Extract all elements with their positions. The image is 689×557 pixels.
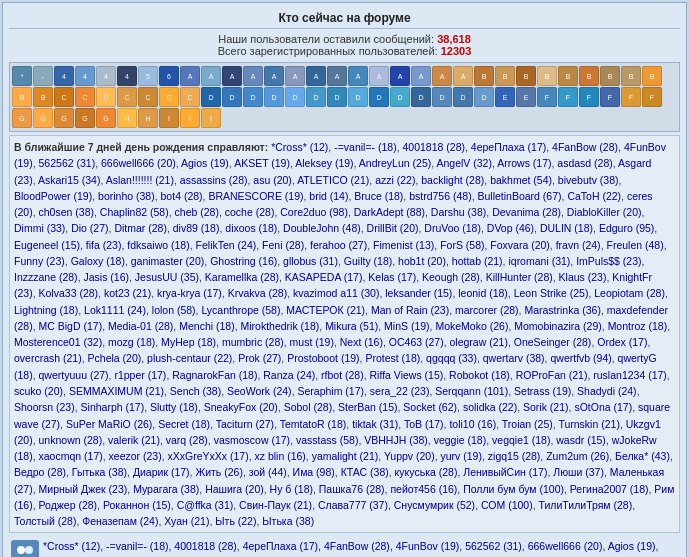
birthday-user-link[interactable]: xXxGreYxXx (17) <box>168 450 249 462</box>
birthday-user-link[interactable]: BRANESCORE (19) <box>208 190 303 202</box>
birthday-user-link[interactable]: qwertarv (38) <box>483 352 545 364</box>
birthday-user-link[interactable]: varq (28) <box>166 434 208 446</box>
birthday-user-link[interactable]: ЛенивыйСин (17) <box>463 466 547 478</box>
avatar[interactable]: B <box>579 66 599 86</box>
birthday-user-link[interactable]: Жить (26) <box>195 466 242 478</box>
avatar[interactable]: 4 <box>117 66 137 86</box>
birthday-user-link[interactable]: Слава777 (37) <box>318 499 388 511</box>
birthday-user-link[interactable]: Socket (62) <box>403 401 457 413</box>
online-user-link[interactable]: 4epеПлаха (17) <box>243 540 318 552</box>
avatar[interactable]: A <box>306 66 326 86</box>
birthday-user-link[interactable]: SuPer MaRiO (26) <box>66 418 152 430</box>
avatar[interactable]: A <box>453 66 473 86</box>
birthday-user-link[interactable]: Askari15 (34) <box>38 174 100 186</box>
avatar[interactable]: D <box>348 87 368 107</box>
avatar[interactable]: 4 <box>75 66 95 86</box>
birthday-user-link[interactable]: ROProFan (21) <box>516 369 588 381</box>
birthday-user-link[interactable]: DruVoo (18) <box>424 222 481 234</box>
birthday-user-link[interactable]: Klaus (23) <box>559 271 607 283</box>
birthday-user-link[interactable]: Dio (27) <box>71 222 108 234</box>
birthday-user-link[interactable]: kot23 (21) <box>104 287 151 299</box>
avatar[interactable]: G <box>33 108 53 128</box>
birthday-user-link[interactable]: Sorik (21) <box>523 401 569 413</box>
avatar[interactable]: E <box>495 87 515 107</box>
birthday-user-link[interactable]: coche (28) <box>225 206 275 218</box>
birthday-user-link[interactable]: Mikura (51) <box>325 320 378 332</box>
birthday-user-link[interactable]: Secret (18) <box>158 418 210 430</box>
birthday-user-link[interactable]: Белка* (43) <box>615 450 670 462</box>
birthday-user-link[interactable]: Prostoboot (19) <box>287 352 359 364</box>
birthday-user-link[interactable]: assassins (28) <box>180 174 248 186</box>
avatar[interactable]: D <box>201 87 221 107</box>
birthday-user-link[interactable]: Turnskin (21) <box>558 418 619 430</box>
birthday-user-link[interactable]: Robokot (18) <box>449 369 510 381</box>
birthday-user-link[interactable]: Man of Rain (23) <box>371 304 449 316</box>
birthday-user-link[interactable]: 4001818 (28) <box>403 141 465 153</box>
birthday-user-link[interactable]: пейот456 (16) <box>390 483 457 495</box>
birthday-user-link[interactable]: div89 (18) <box>173 222 220 234</box>
avatar[interactable]: F <box>558 87 578 107</box>
avatar[interactable]: G <box>96 108 116 128</box>
birthday-user-link[interactable]: Prok (27) <box>238 352 281 364</box>
birthday-user-link[interactable]: Kelas (17) <box>368 271 416 283</box>
birthday-user-link[interactable]: -=vanil=- (18) <box>334 141 396 153</box>
birthday-user-link[interactable]: Zum2um (26) <box>546 450 609 462</box>
birthday-user-link[interactable]: SneakyFox (20) <box>204 401 278 413</box>
birthday-user-link[interactable]: ForS (58) <box>440 239 484 251</box>
birthday-user-link[interactable]: Aleksey (19) <box>295 157 353 169</box>
avatar[interactable]: A <box>348 66 368 86</box>
birthday-user-link[interactable]: KillHunter (28) <box>486 271 553 283</box>
birthday-user-link[interactable]: кукуська (28) <box>395 466 458 478</box>
birthday-user-link[interactable]: Yuppv (20) <box>384 450 435 462</box>
birthday-user-link[interactable]: Lycanthrope (58) <box>201 304 280 316</box>
birthday-user-link[interactable]: veggie (18) <box>434 434 487 446</box>
birthday-user-link[interactable]: Momobinazira (29) <box>514 320 602 332</box>
birthday-user-link[interactable]: Sinharph (17) <box>81 401 145 413</box>
avatar[interactable]: F <box>579 87 599 107</box>
birthday-user-link[interactable]: Galoxy (18) <box>71 255 125 267</box>
avatar[interactable]: D <box>453 87 473 107</box>
birthday-user-link[interactable]: bakhmet (54) <box>490 174 552 186</box>
birthday-user-link[interactable]: Нашиra (20) <box>205 483 264 495</box>
birthday-user-link[interactable]: OneSеinger (28) <box>514 336 592 348</box>
birthday-user-link[interactable]: VBHHJH (38) <box>364 434 428 446</box>
birthday-user-link[interactable]: hob1t (20) <box>398 255 446 267</box>
birthday-user-link[interactable]: RagnarokFan (18) <box>172 369 257 381</box>
birthday-user-link[interactable]: AKSET (19) <box>234 157 290 169</box>
birthday-user-link[interactable]: Foxvara (20) <box>490 239 550 251</box>
birthday-user-link[interactable]: Lightning (18) <box>14 304 78 316</box>
avatar[interactable]: C <box>54 87 74 107</box>
birthday-user-link[interactable]: Riffa Views (15) <box>370 369 444 381</box>
birthday-user-link[interactable]: Media-01 (28) <box>108 320 173 332</box>
birthday-user-link[interactable]: Има (98) <box>293 466 335 478</box>
birthday-user-link[interactable]: KASAPEDA (17) <box>285 271 363 283</box>
birthday-user-link[interactable]: vegqie1 (18) <box>492 434 550 446</box>
birthday-user-link[interactable]: Guilty (18) <box>344 255 392 267</box>
avatar[interactable]: C <box>96 87 116 107</box>
birthday-user-link[interactable]: Troian (25) <box>502 418 553 430</box>
birthday-user-link[interactable]: Setrass (19) <box>514 385 571 397</box>
birthday-user-link[interactable]: xz blin (16) <box>254 450 305 462</box>
birthday-user-link[interactable]: Aslan!!!!!!! (21) <box>106 174 174 186</box>
avatar[interactable]: I <box>159 108 179 128</box>
online-user-link[interactable]: 4FunBov (19) <box>396 540 460 552</box>
birthday-user-link[interactable]: borinho (38) <box>98 190 155 202</box>
birthday-user-link[interactable]: Slutty (18) <box>150 401 198 413</box>
avatar[interactable]: B <box>12 87 32 107</box>
birthday-user-link[interactable]: Eugeneel (15) <box>14 239 80 251</box>
online-user-link[interactable]: 666well666 (20) <box>528 540 603 552</box>
birthday-user-link[interactable]: Taciturn (27) <box>216 418 274 430</box>
birthday-user-link[interactable]: Feni (28) <box>262 239 304 251</box>
birthday-user-link[interactable]: Ordex (17) <box>597 336 647 348</box>
birthday-user-link[interactable]: Хуан (21) <box>164 515 209 527</box>
birthday-user-link[interactable]: СОМ (100) <box>481 499 533 511</box>
birthday-user-link[interactable]: OC463 (27) <box>389 336 444 348</box>
birthday-user-link[interactable]: ruslan1234 (17) <box>593 369 667 381</box>
birthday-user-link[interactable]: Shadydi (24) <box>577 385 637 397</box>
avatar[interactable]: D <box>369 87 389 107</box>
birthday-user-link[interactable]: asu (20) <box>253 174 292 186</box>
birthday-user-link[interactable]: kvazimod a11 (30) <box>293 287 379 299</box>
avatar[interactable]: D <box>432 87 452 107</box>
avatar[interactable]: A <box>222 66 242 86</box>
birthday-user-link[interactable]: Ну б (18) <box>270 483 313 495</box>
